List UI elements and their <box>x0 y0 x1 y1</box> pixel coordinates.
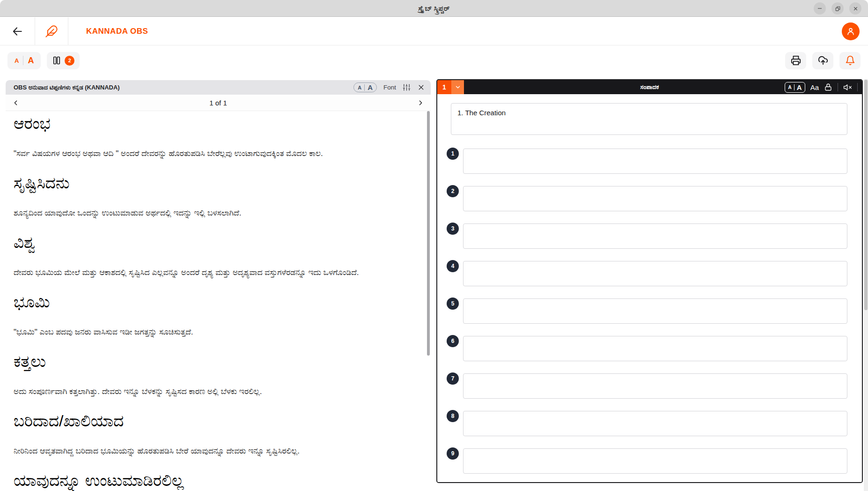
notes-content: ಆರಂಭ "ಸರ್ವ ವಿಷಯಗಳ ಆರಂಭ ಅಥವಾ ಆದಿ " ಅಂದರೆ … <box>6 111 431 491</box>
window-scrollbar[interactable] <box>864 79 868 491</box>
header-divider <box>68 17 68 45</box>
editor-font-increase-button[interactable]: A <box>797 83 802 91</box>
verse-text-field[interactable] <box>463 186 847 211</box>
note-section: ವಿಶ್ವ ದೇವರು ಭೂಮಿಯ ಮೇಲೆ ಮತ್ತು ಆಕಾಶದಲ್ಲಿ ಸ… <box>14 231 421 278</box>
editor-font-decrease-button[interactable]: A <box>788 84 792 90</box>
toolbar-right-actions <box>785 52 861 69</box>
chapter-number-button[interactable]: 1 <box>437 80 451 94</box>
note-heading: ಆರಂಭ <box>14 112 421 135</box>
story-title-field[interactable]: 1. The Creation <box>451 103 847 135</box>
pager-label: 1 of 1 <box>6 99 431 107</box>
user-avatar[interactable] <box>842 22 860 40</box>
verse-text-field[interactable] <box>463 261 847 286</box>
arrow-left-icon <box>11 25 23 37</box>
verse-text-field[interactable] <box>463 149 847 174</box>
editor-font-family-button[interactable]: Aa <box>810 83 819 91</box>
editor-content: 1. The Creation 1 2 3 4 5 6 7 <box>437 94 862 482</box>
verse-number: 3 <box>447 223 459 235</box>
controls-divider <box>838 83 838 91</box>
printer-icon <box>791 55 801 66</box>
notes-scrollbar-thumb[interactable] <box>427 111 430 356</box>
verse-number: 7 <box>447 372 459 385</box>
group-divider <box>364 84 365 91</box>
verse-row: 7 <box>447 373 847 399</box>
verse-text-field[interactable] <box>463 448 847 474</box>
controls-divider <box>857 83 858 91</box>
verse-row: 6 <box>447 336 847 361</box>
editor-header-controls: A A Aa <box>785 82 862 93</box>
chapter-dropdown-button[interactable] <box>451 80 464 94</box>
print-button[interactable] <box>785 52 806 69</box>
minimize-button[interactable] <box>814 2 826 15</box>
notes-pager-bar: 1 of 1 <box>6 95 431 111</box>
verse-row: 4 <box>447 261 847 286</box>
verse-text-field[interactable] <box>463 373 847 399</box>
note-section: ಬರಿದಾದ/ಖಾಲಿಯಾದ ನೀರಿನಿಂದ ಆವೃತವಾಗಿದ್ದ ಬರಿದ… <box>14 409 421 456</box>
verse-text-field[interactable] <box>463 223 847 249</box>
app-logo <box>35 17 68 45</box>
close-notes-icon[interactable] <box>417 83 425 91</box>
note-section: ಸೃಷ್ಟಿಸಿದನು ಶೂನ್ಯದಿಂದ ಯಾವುದೋ ಒಂದನ್ನು ಉಂಟ… <box>14 171 421 218</box>
note-section: ಭೂಮಿ "ಭೂಮಿ" ಎಂಬ ಪದವು ಜನರು ವಾಸಿಸುವ ಇಡೀ ಜಗ… <box>14 290 421 337</box>
notes-font-decrease-button[interactable]: A <box>358 85 361 90</box>
lock-icon[interactable] <box>824 83 832 91</box>
note-section: ಯಾವುದನ್ನೂ ಉಂಟುಮಾಡಿರಲಿಲ್ಲ <box>14 469 421 491</box>
verse-row: 1 <box>447 149 847 174</box>
sync-button[interactable] <box>812 52 833 69</box>
notes-font-increase-button[interactable]: A <box>368 83 373 91</box>
verse-number: 5 <box>447 298 459 310</box>
chevron-left-icon <box>12 99 20 107</box>
chevron-down-icon <box>455 84 461 90</box>
sliders-icon[interactable] <box>403 83 411 91</box>
app-header: KANNADA OBS <box>0 17 868 45</box>
cloud-upload-icon <box>818 55 828 66</box>
restore-icon <box>835 6 841 12</box>
restore-button[interactable] <box>831 2 844 15</box>
columns-icon <box>52 56 61 65</box>
close-icon <box>853 6 859 12</box>
note-body: ಅದು ಸಂಪೂರ್ಣವಾಗಿ ಕತ್ತಲಾಗಿತ್ತು. ದೇವರು ಇನ್ನ… <box>14 386 421 397</box>
note-body: ಶೂನ್ಯದಿಂದ ಯಾವುದೋ ಒಂದನ್ನು ಉಂಟುಮಾಡುವ ಅರ್ಥದ… <box>14 208 421 218</box>
note-body: "ಭೂಮಿ" ಎಂಬ ಪದವು ಜನರು ವಾಸಿಸುವ ಇಡೀ ಜಗತ್ತನ್… <box>14 327 421 337</box>
group-divider <box>794 84 794 90</box>
note-heading: ವಿಶ್ವ <box>14 231 421 254</box>
editor-font-size-group: A A <box>785 82 805 93</box>
note-heading: ಸೃಷ್ಟಿಸಿದನು <box>14 171 421 194</box>
window-scrollbar-thumb[interactable] <box>864 80 868 310</box>
layout-count-badge: 2 <box>65 56 74 66</box>
note-section: ಆರಂಭ "ಸರ್ವ ವಿಷಯಗಳ ಆರಂಭ ಅಥವಾ ಆದಿ " ಅಂದರೆ … <box>14 112 421 159</box>
verse-number: 9 <box>447 447 459 460</box>
notes-font-menu[interactable]: Font <box>383 84 396 91</box>
notes-panel-header: OBS ಅನುವಾದ ಟಿಪ್ಪಣಿಗಳು ಕನ್ನಡ (KANNADA) A … <box>6 80 431 95</box>
verse-text-field[interactable] <box>463 411 847 436</box>
verse-number: 8 <box>447 410 459 422</box>
verse-text-field[interactable] <box>463 336 847 361</box>
back-button[interactable] <box>0 17 35 45</box>
note-heading: ಭೂಮಿ <box>14 290 421 313</box>
group-divider <box>23 56 23 65</box>
verse-number: 2 <box>447 185 459 197</box>
pager-next-button[interactable] <box>411 95 431 111</box>
chevron-right-icon <box>417 99 425 107</box>
close-window-button[interactable] <box>849 2 861 15</box>
pager-previous-button[interactable] <box>6 95 26 111</box>
note-heading: ಕತ್ತಲು <box>14 350 421 373</box>
editor-header: 1 ಸಂಪಾದಕ A A Aa <box>437 80 862 94</box>
font-decrease-button[interactable]: A <box>13 57 21 64</box>
notifications-button[interactable] <box>839 52 861 69</box>
verse-number: 1 <box>447 148 459 160</box>
verse-row: 9 <box>447 448 847 474</box>
layout-switcher-button[interactable]: 2 <box>47 52 80 69</box>
verse-text-field[interactable] <box>463 298 847 324</box>
minimize-icon <box>817 5 823 12</box>
project-toolbar: A A 2 <box>0 46 868 75</box>
notes-panel: OBS ಅನುವಾದ ಟಿಪ್ಪಣಿಗಳು ಕನ್ನಡ (KANNADA) A … <box>6 80 431 491</box>
speaker-muted-icon[interactable] <box>843 83 852 92</box>
note-body: ನೀರಿನಿಂದ ಆವೃತವಾಗಿದ್ದ ಬರಿದಾದ ಭೂಮಿಯನ್ನು ಹೊ… <box>14 446 421 456</box>
notes-panel-title: OBS ಅನುವಾದ ಟಿಪ್ಪಣಿಗಳು ಕನ್ನಡ (KANNADA) <box>14 84 120 91</box>
font-increase-button[interactable]: A <box>26 56 36 66</box>
note-section: ಕತ್ತಲು ಅದು ಸಂಪೂರ್ಣವಾಗಿ ಕತ್ತಲಾಗಿತ್ತು. ದೇವ… <box>14 350 421 397</box>
window-controls <box>814 2 861 15</box>
os-titlebar: ಸ್ಕ್ರೈಬ್ ಸ್ಕ್ರಿಪ್ಚರ್ <box>0 0 868 17</box>
verse-row: 5 <box>447 298 847 324</box>
